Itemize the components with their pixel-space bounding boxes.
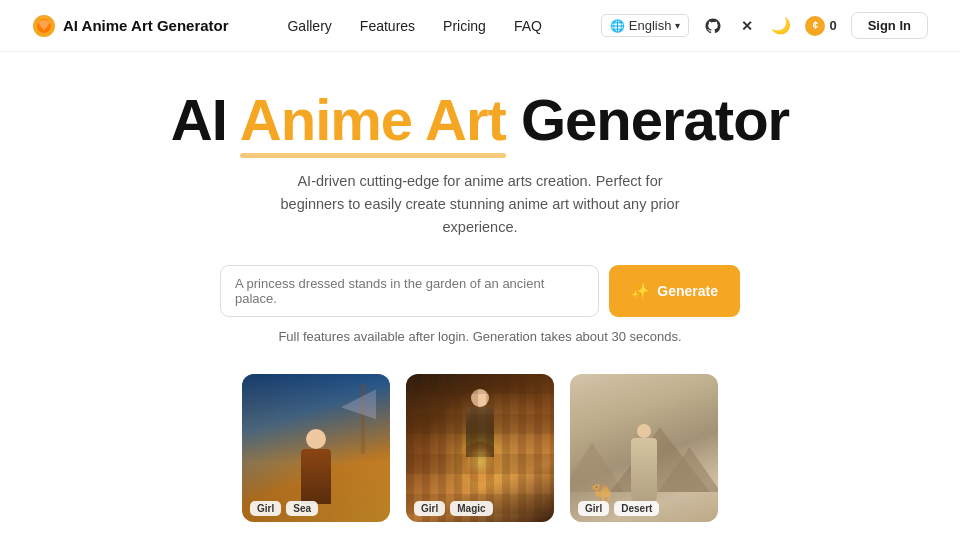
nav-links: Gallery Features Pricing FAQ (287, 18, 541, 34)
tag-magic: Magic (450, 501, 492, 516)
login-notice: Full features available after login. Gen… (278, 329, 681, 344)
title-part2: Generator (506, 87, 789, 152)
wand-icon: ✨ (631, 282, 650, 300)
tag-girl-3: Girl (578, 501, 609, 516)
title-part1: AI (171, 87, 240, 152)
nav-pricing[interactable]: Pricing (443, 18, 486, 34)
prompt-input[interactable] (220, 265, 599, 317)
coin-icon: ¢ (805, 16, 825, 36)
hero-title: AI Anime Art Generator (171, 88, 789, 152)
tag-girl-2: Girl (414, 501, 445, 516)
hero-subtitle: AI-driven cutting-edge for anime arts cr… (280, 170, 680, 240)
title-orange: Anime Art (240, 87, 506, 152)
character-silhouette (294, 429, 338, 504)
gallery-card-2[interactable]: Girl Magic (406, 374, 554, 522)
language-selector[interactable]: 🌐 English ▾ (601, 14, 690, 37)
generate-label: Generate (657, 283, 718, 299)
nav-right: 🌐 English ▾ ✕ 🌙 ¢ 0 Sign In (601, 12, 928, 39)
tag-sea: Sea (286, 501, 318, 516)
logo[interactable]: AI Anime Art Generator (32, 14, 229, 38)
desert-character (629, 424, 659, 504)
globe-icon: 🌐 (610, 19, 625, 33)
navbar: AI Anime Art Generator Gallery Features … (0, 0, 960, 52)
coin-balance: ¢ 0 (805, 16, 836, 36)
nav-faq[interactable]: FAQ (514, 18, 542, 34)
generate-button[interactable]: ✨ Generate (609, 265, 740, 317)
card-2-tags: Girl Magic (406, 495, 554, 522)
chevron-down-icon: ▾ (675, 20, 680, 31)
hero-section: AI Anime Art Generator AI-driven cutting… (0, 52, 960, 344)
coin-count: 0 (829, 18, 836, 33)
language-label: English (629, 18, 672, 33)
card-1-tags: Girl Sea (242, 495, 390, 522)
github-icon[interactable] (703, 16, 723, 36)
nav-gallery[interactable]: Gallery (287, 18, 331, 34)
tag-desert: Desert (614, 501, 659, 516)
gallery-card-3[interactable]: 🐪 Girl Desert (570, 374, 718, 522)
gallery-section: Girl Sea Girl Magic (0, 374, 960, 522)
input-row: ✨ Generate (220, 265, 740, 317)
twitter-x-icon[interactable]: ✕ (737, 16, 757, 36)
card-3-tags: Girl Desert (570, 495, 718, 522)
gallery-card-1[interactable]: Girl Sea (242, 374, 390, 522)
dark-mode-icon[interactable]: 🌙 (771, 16, 791, 36)
logo-text: AI Anime Art Generator (63, 17, 229, 34)
nav-features[interactable]: Features (360, 18, 415, 34)
signin-button[interactable]: Sign In (851, 12, 928, 39)
logo-icon (32, 14, 56, 38)
tag-girl: Girl (250, 501, 281, 516)
